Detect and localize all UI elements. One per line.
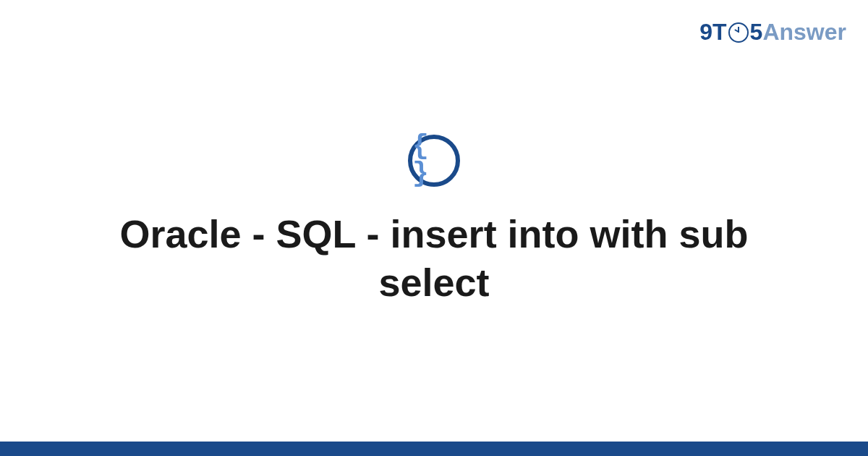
page-title: Oracle - SQL - insert into with sub sele… [43, 210, 825, 308]
main-content: { } Oracle - SQL - insert into with sub … [0, 0, 868, 442]
code-braces-icon: { } [412, 132, 456, 187]
footer-accent-bar [0, 442, 868, 456]
category-badge: { } [408, 135, 460, 187]
